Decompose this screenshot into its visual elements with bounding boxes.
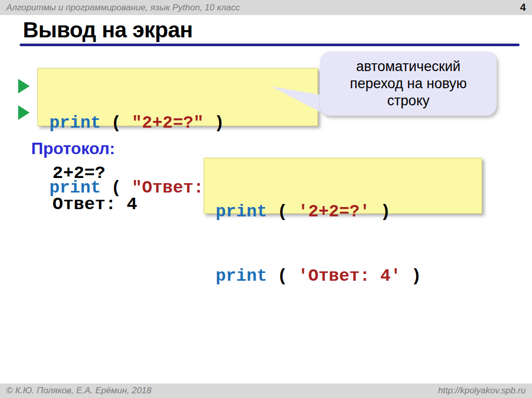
open-paren: ( — [267, 202, 298, 222]
copyright-text: © К.Ю. Поляков, Е.А. Ерёмин, 2018 — [6, 386, 152, 396]
print-keyword: print — [216, 202, 267, 222]
string-literal: '2+2=?' — [298, 202, 370, 222]
open-paren: ( — [267, 267, 298, 286]
string-literal: 'Ответ: 4' — [298, 267, 401, 286]
title-underline — [20, 44, 520, 46]
code-block-single-quotes: print ( '2+2=?' ) print ( 'Ответ: 4' ) — [204, 158, 482, 214]
code-line: print ( 'Ответ: 4' ) — [216, 264, 482, 290]
open-paren: ( — [101, 114, 131, 133]
play-arrow-icon — [18, 79, 30, 93]
footer-bar: © К.Ю. Поляков, Е.А. Ерёмин, 2018 http:/… — [0, 383, 532, 398]
code-block-double-quotes: print ( "2+2=?" ) print ( "Ответ: 4" ) — [37, 68, 318, 126]
play-arrow-icon — [18, 105, 30, 120]
code-line: print ( "2+2=?" ) — [49, 110, 317, 136]
course-title: Алгоритмы и программирование, язык Pytho… — [6, 3, 240, 13]
code-line: print ( '2+2=?' ) — [216, 199, 482, 225]
open-paren: ( — [101, 179, 131, 198]
callout-bubble: автоматический переход на новую строку — [320, 51, 497, 116]
print-keyword: print — [216, 267, 267, 286]
site-url: http://kpolyakov.spb.ru — [438, 386, 526, 396]
print-keyword: print — [49, 114, 101, 133]
header-bar: Алгоритмы и программирование, язык Pytho… — [0, 0, 532, 15]
slide: Алгоритмы и программирование, язык Pytho… — [0, 0, 532, 398]
close-paren: ) — [401, 267, 422, 286]
callout-text: автоматический переход на новую строку — [331, 58, 485, 109]
page-title: Вывод на экран — [23, 19, 193, 42]
close-paren: ) — [370, 202, 391, 222]
print-keyword: print — [49, 179, 101, 198]
page-number: 4 — [520, 2, 526, 13]
close-paren: ) — [204, 114, 224, 133]
string-literal: "2+2=?" — [131, 114, 204, 133]
